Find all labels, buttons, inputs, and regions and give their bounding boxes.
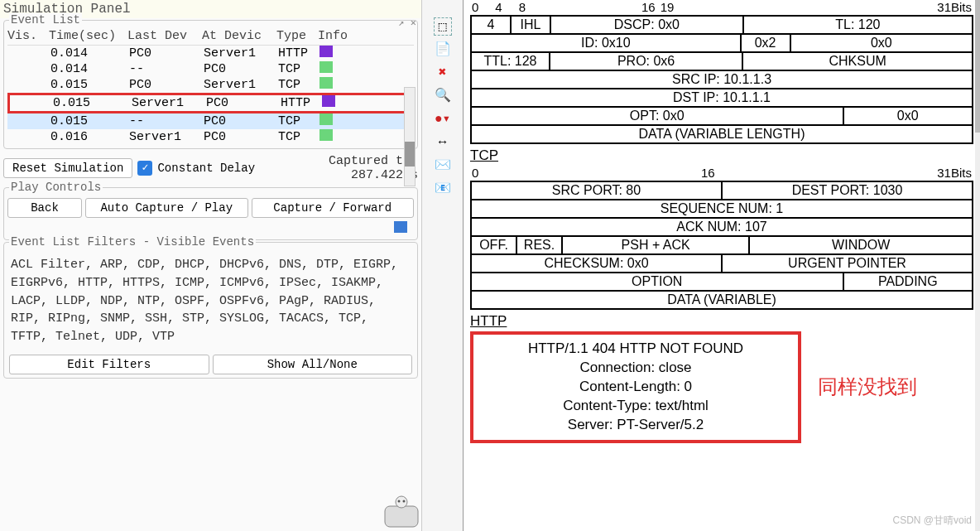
annotation-text: 同样没找到 <box>818 374 917 400</box>
constant-delay-label: Constant Delay <box>157 162 255 175</box>
col-last: Last Dev <box>127 29 202 43</box>
event-list-title: Event List <box>9 13 82 27</box>
http-header-connection: Connection: close <box>482 359 790 378</box>
tcp-bits-ruler: 01631Bits <box>470 166 973 181</box>
http-section-title: HTTP <box>470 313 973 330</box>
show-all-none-button[interactable]: Show All/None <box>213 355 413 374</box>
ip-header-table: 4IHLDSCP: 0x0TL: 120 ID: 0x100x20x0 TTL:… <box>470 15 973 144</box>
back-button[interactable]: Back <box>7 198 82 218</box>
svg-point-3 <box>403 500 406 503</box>
event-row[interactable]: 0.015PC0Server1TCP <box>7 77 414 93</box>
tcp-section-title: TCP <box>470 147 973 164</box>
mail-open-icon[interactable]: ✉️ <box>434 157 452 175</box>
resize-icon[interactable]: ↔ <box>434 133 452 152</box>
filters-list: ACL Filter, ARP, CDP, DHCP, DHCPv6, DNS,… <box>7 253 414 350</box>
constant-delay-checkbox[interactable]: ✓ <box>137 161 152 176</box>
event-row[interactable]: 0.015Server1PC0HTTP <box>7 93 414 113</box>
record-icon[interactable]: ●▾ <box>434 110 452 128</box>
edit-filters-button[interactable]: Edit Filters <box>9 355 209 374</box>
http-response-box: HTTP/1.1 404 HTTP NOT FOUND Connection: … <box>470 331 801 443</box>
mail-closed-icon[interactable]: 📧 <box>434 180 452 198</box>
tcp-header-table: SRC PORT: 80DEST PORT: 1030 SEQUENCE NUM… <box>470 181 973 310</box>
event-row[interactable]: 0.014--PC0TCP <box>7 61 414 77</box>
filters-title: Event List Filters - Visible Events <box>9 235 256 249</box>
event-row[interactable]: 0.016Server1PC0TCP <box>7 129 414 145</box>
zoom-icon[interactable]: 🔍 <box>434 87 452 105</box>
col-time: Time(sec) <box>49 29 127 43</box>
play-controls-title: Play Controls <box>9 181 103 194</box>
ip-bits-ruler: 048161931Bits <box>470 0 973 15</box>
device-icon[interactable] <box>381 494 422 531</box>
select-icon[interactable]: ⬚ <box>434 17 452 36</box>
progress-indicator <box>394 221 407 233</box>
right-scrollbar[interactable] <box>975 0 980 531</box>
col-vis: Vis. <box>7 29 49 43</box>
http-header-content-type: Content-Type: text/html <box>482 397 790 416</box>
col-at: At Devic <box>202 29 276 43</box>
event-list-header: Vis. Time(sec) Last Dev At Devic Type In… <box>7 29 414 46</box>
delete-icon[interactable]: ✖ <box>434 64 452 82</box>
capture-fwd-button[interactable]: Capture / Forward <box>252 198 415 218</box>
svg-point-2 <box>398 500 401 503</box>
event-row[interactable]: 0.015--PC0TCP <box>7 113 414 129</box>
event-row[interactable]: 0.014PC0Server1HTTP <box>7 46 414 61</box>
watermark: CSDN @甘晴void <box>892 514 972 528</box>
event-scrollbar[interactable] <box>404 87 416 186</box>
http-status-line: HTTP/1.1 404 HTTP NOT FOUND <box>482 340 790 359</box>
note-icon[interactable]: 📄 <box>434 41 452 59</box>
http-header-content-length: Content-Length: 0 <box>482 378 790 397</box>
http-header-server: Server: PT-Server/5.2 <box>482 416 790 435</box>
col-type: Type <box>276 29 318 43</box>
svg-point-1 <box>396 496 407 508</box>
reset-sim-button[interactable]: Reset Simulation <box>3 158 132 178</box>
auto-capture-button[interactable]: Auto Capture / Play <box>85 198 248 218</box>
svg-rect-0 <box>385 506 418 527</box>
col-info: Info <box>318 29 355 43</box>
